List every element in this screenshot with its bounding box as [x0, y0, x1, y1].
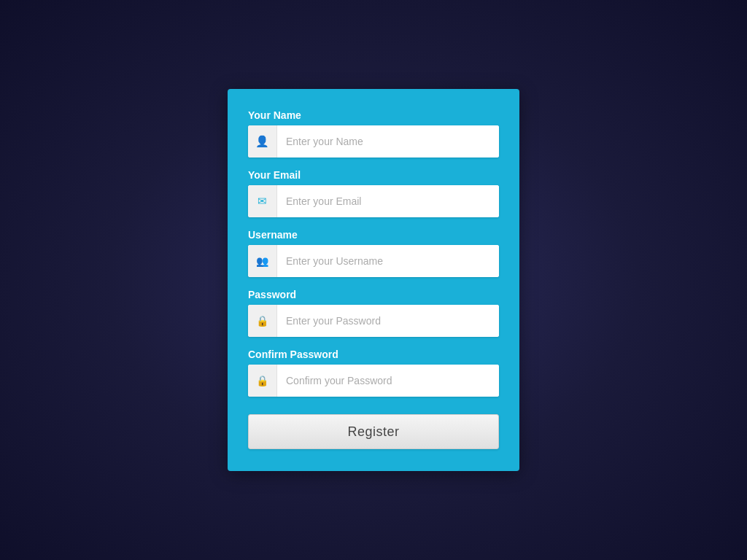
- confirm-lock-icon: [248, 365, 277, 397]
- email-icon: [248, 185, 277, 217]
- password-input[interactable]: [277, 305, 499, 337]
- username-field-group: Username: [248, 229, 499, 277]
- email-input[interactable]: [277, 185, 499, 217]
- confirm-password-label: Confirm Password: [248, 349, 499, 360]
- password-label: Password: [248, 289, 499, 300]
- users-icon: [248, 245, 277, 277]
- password-field-group: Password: [248, 289, 499, 337]
- person-icon: [248, 125, 277, 158]
- registration-form: Your Name Your Email Username Password: [228, 89, 519, 471]
- lock-icon: [248, 305, 277, 337]
- name-input[interactable]: [277, 125, 499, 158]
- confirm-password-input-wrapper: [248, 365, 499, 397]
- register-button[interactable]: Register: [248, 414, 499, 449]
- name-input-wrapper: [248, 125, 499, 158]
- name-field-group: Your Name: [248, 109, 499, 158]
- email-field-group: Your Email: [248, 169, 499, 217]
- username-label: Username: [248, 229, 499, 241]
- username-input[interactable]: [277, 245, 499, 277]
- password-input-wrapper: [248, 305, 499, 337]
- username-input-wrapper: [248, 245, 499, 277]
- email-input-wrapper: [248, 185, 499, 217]
- email-label: Your Email: [248, 169, 499, 181]
- name-label: Your Name: [248, 109, 499, 121]
- confirm-password-input[interactable]: [277, 365, 499, 397]
- confirm-password-field-group: Confirm Password: [248, 349, 499, 397]
